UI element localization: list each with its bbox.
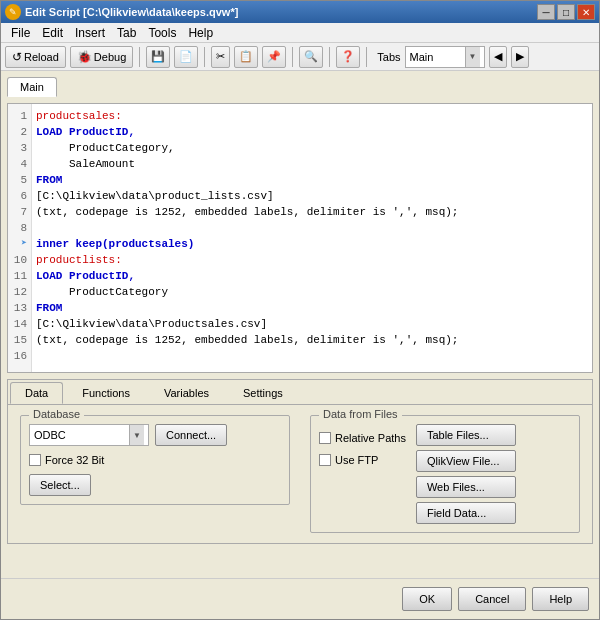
footer: OK Cancel Help (1, 578, 599, 619)
arrow-indicator: ➤ (21, 236, 27, 252)
cut-button[interactable]: ✂ (211, 46, 230, 68)
toolbar: ↺ Reload 🐞 Debug 💾 📄 ✂ 📋 📌 🔍 ❓ Tabs Main… (1, 43, 599, 71)
close-button[interactable]: ✕ (577, 4, 595, 20)
table-files-button[interactable]: Table Files... (416, 424, 516, 446)
use-ftp-checkbox[interactable] (319, 454, 331, 466)
toolbar-sep-2 (204, 47, 205, 67)
main-content: Main 12345678➤10111213141516 productsale… (1, 71, 599, 578)
line-number-10: 10 (12, 252, 27, 268)
code-line-12: ProductCategory (36, 284, 588, 300)
line-number-15: 15 (12, 332, 27, 348)
app-icon: ✎ (5, 4, 21, 20)
code-line-3: ProductCategory, (36, 140, 588, 156)
cancel-button[interactable]: Cancel (458, 587, 526, 611)
database-fieldset: Database ODBC ▼ Connect... Force 32 Bit (20, 415, 290, 505)
tab-data[interactable]: Data (10, 382, 63, 404)
toolbar-sep-1 (139, 47, 140, 67)
files-fieldset: Data from Files Relative Paths Use FTP (310, 415, 580, 533)
line-number-9: ➤ (12, 236, 27, 252)
database-legend: Database (29, 408, 84, 420)
bottom-panel: Data Functions Variables Settings Databa… (7, 379, 593, 544)
database-select[interactable]: ODBC ▼ (29, 424, 149, 446)
save-button[interactable]: 💾 (146, 46, 170, 68)
code-area[interactable]: productsales:LOAD ProductID, ProductCate… (32, 104, 592, 372)
copy-button[interactable]: 📋 (234, 46, 258, 68)
web-files-button[interactable]: Web Files... (416, 476, 516, 498)
line-number-12: 12 (12, 284, 27, 300)
menu-file[interactable]: File (5, 24, 36, 42)
maximize-button[interactable]: □ (557, 4, 575, 20)
search-button[interactable]: 🔍 (299, 46, 323, 68)
toolbar-sep-5 (366, 47, 367, 67)
tab-settings[interactable]: Settings (228, 382, 298, 404)
line-number-8: 8 (12, 220, 27, 236)
help-icon-button[interactable]: ❓ (336, 46, 360, 68)
line-numbers: 12345678➤10111213141516 (8, 104, 32, 372)
menu-help[interactable]: Help (182, 24, 219, 42)
code-line-2: LOAD ProductID, (36, 124, 588, 140)
relative-paths-row: Relative Paths (319, 432, 406, 444)
files-content: Relative Paths Use FTP Table Files... Ql… (319, 424, 571, 524)
bottom-content: Database ODBC ▼ Connect... Force 32 Bit (8, 405, 592, 543)
database-dropdown-row: ODBC ▼ Connect... (29, 424, 281, 446)
database-section: Database ODBC ▼ Connect... Force 32 Bit (20, 415, 290, 533)
debug-button[interactable]: 🐞 Debug (70, 46, 133, 68)
nav-prev-button[interactable]: ◀ (489, 46, 507, 68)
tabs-dropdown[interactable]: Main ▼ (405, 46, 485, 68)
script-editor[interactable]: 12345678➤10111213141516 productsales:LOA… (7, 103, 593, 373)
line-number-6: 6 (12, 188, 27, 204)
bottom-tab-strip: Data Functions Variables Settings (8, 380, 592, 405)
editor-tab-strip: Main (7, 77, 593, 97)
use-ftp-row: Use FTP (319, 454, 406, 466)
toolbar-sep-3 (292, 47, 293, 67)
tabs-label: Tabs (377, 51, 400, 63)
minimize-button[interactable]: ─ (537, 4, 555, 20)
files-section: Data from Files Relative Paths Use FTP (310, 415, 580, 533)
menu-bar: File Edit Insert Tab Tools Help (1, 23, 599, 43)
code-line-15: (txt, codepage is 1252, embedded labels,… (36, 332, 588, 348)
reload-button[interactable]: ↺ Reload (5, 46, 66, 68)
paste-button[interactable]: 📌 (262, 46, 286, 68)
code-line-16 (36, 348, 588, 364)
line-number-3: 3 (12, 140, 27, 156)
code-line-11: LOAD ProductID, (36, 268, 588, 284)
code-line-14: [C:\Qlikview\data\Productsales.csv] (36, 316, 588, 332)
files-checkboxes: Relative Paths Use FTP (319, 424, 406, 524)
select-button[interactable]: Select... (29, 474, 91, 496)
force32-checkbox[interactable] (29, 454, 41, 466)
line-number-11: 11 (12, 268, 27, 284)
qlikview-file-button[interactable]: QlikView File... (416, 450, 516, 472)
editor-tab-main[interactable]: Main (7, 77, 57, 97)
debug-icon: 🐞 (77, 50, 92, 64)
code-line-6: [C:\Qlikview\data\product_lists.csv] (36, 188, 588, 204)
reload-icon: ↺ (12, 50, 22, 64)
menu-edit[interactable]: Edit (36, 24, 69, 42)
window: ✎ Edit Script [C:\Qlikview\data\keeps.qv… (0, 0, 600, 620)
files-legend: Data from Files (319, 408, 402, 420)
code-line-13: FROM (36, 300, 588, 316)
code-line-10: productlists: (36, 252, 588, 268)
use-ftp-label: Use FTP (335, 454, 378, 466)
menu-insert[interactable]: Insert (69, 24, 111, 42)
save-as-button[interactable]: 📄 (174, 46, 198, 68)
tab-variables[interactable]: Variables (149, 382, 224, 404)
relative-paths-label: Relative Paths (335, 432, 406, 444)
connect-button[interactable]: Connect... (155, 424, 227, 446)
tab-functions[interactable]: Functions (67, 382, 145, 404)
relative-paths-checkbox[interactable] (319, 432, 331, 444)
menu-tab[interactable]: Tab (111, 24, 142, 42)
line-number-16: 16 (12, 348, 27, 364)
ok-button[interactable]: OK (402, 587, 452, 611)
title-bar-buttons: ─ □ ✕ (537, 4, 595, 20)
code-line-9: inner keep(productsales) (36, 236, 588, 252)
tabs-dropdown-arrow: ▼ (465, 47, 480, 67)
help-button[interactable]: Help (532, 587, 589, 611)
nav-next-button[interactable]: ▶ (511, 46, 529, 68)
field-data-button[interactable]: Field Data... (416, 502, 516, 524)
database-dropdown-arrow: ▼ (129, 425, 144, 445)
window-title: Edit Script [C:\Qlikview\data\keeps.qvw*… (25, 6, 537, 18)
menu-tools[interactable]: Tools (142, 24, 182, 42)
code-line-7: (txt, codepage is 1252, embedded labels,… (36, 204, 588, 220)
line-number-2: 2 (12, 124, 27, 140)
search-icon: 🔍 (304, 50, 318, 63)
